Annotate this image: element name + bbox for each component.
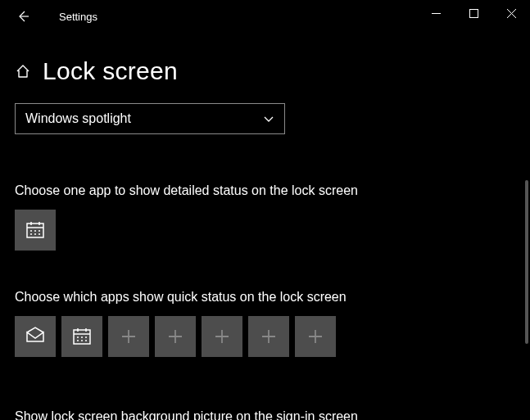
quick-app-tile-add-2[interactable] bbox=[155, 316, 196, 357]
window-controls bbox=[417, 0, 530, 26]
quick-app-tile-add-5[interactable] bbox=[295, 316, 336, 357]
svg-point-10 bbox=[81, 336, 83, 338]
dropdown-selected-value: Windows spotlight bbox=[25, 111, 131, 126]
svg-point-5 bbox=[30, 233, 32, 235]
svg-point-2 bbox=[30, 230, 32, 232]
quick-app-tile-add-4[interactable] bbox=[248, 316, 289, 357]
quick-status-apps bbox=[15, 316, 515, 357]
svg-point-4 bbox=[39, 230, 40, 232]
svg-point-3 bbox=[34, 230, 36, 232]
home-icon bbox=[15, 63, 31, 79]
quick-app-tile-add-3[interactable] bbox=[202, 316, 242, 357]
signin-picture-label: Show lock screen background picture on t… bbox=[15, 409, 515, 420]
plus-icon bbox=[120, 327, 138, 345]
arrow-left-icon bbox=[16, 9, 30, 24]
minimize-icon bbox=[432, 9, 441, 18]
maximize-button[interactable] bbox=[455, 0, 492, 26]
svg-point-12 bbox=[77, 340, 79, 341]
content: Windows spotlight Choose one app to show… bbox=[0, 85, 530, 420]
app-title: Settings bbox=[59, 11, 97, 23]
scrollbar[interactable] bbox=[525, 180, 528, 344]
calendar-icon bbox=[25, 219, 46, 241]
detailed-status-label: Choose one app to show detailed status o… bbox=[15, 183, 515, 198]
detailed-status-apps bbox=[15, 210, 515, 251]
quick-app-tile-calendar[interactable] bbox=[61, 316, 102, 357]
titlebar: Settings bbox=[0, 0, 530, 33]
mail-icon bbox=[24, 325, 47, 348]
close-icon bbox=[507, 9, 516, 18]
page-header: Lock screen bbox=[0, 33, 530, 85]
quick-app-tile-mail[interactable] bbox=[15, 316, 56, 357]
quick-status-label: Choose which apps show quick status on t… bbox=[15, 290, 515, 305]
svg-point-7 bbox=[39, 233, 40, 235]
plus-icon bbox=[306, 327, 324, 345]
svg-point-14 bbox=[85, 340, 87, 341]
svg-point-6 bbox=[34, 233, 36, 235]
svg-rect-0 bbox=[469, 9, 478, 17]
detailed-app-tile-calendar[interactable] bbox=[15, 210, 56, 251]
close-button[interactable] bbox=[492, 0, 530, 26]
page-title: Lock screen bbox=[43, 57, 178, 85]
quick-app-tile-add-1[interactable] bbox=[108, 316, 149, 357]
chevron-down-icon bbox=[263, 113, 274, 124]
plus-icon bbox=[166, 327, 184, 345]
back-button[interactable] bbox=[11, 5, 34, 28]
svg-point-13 bbox=[81, 340, 83, 341]
plus-icon bbox=[260, 327, 278, 345]
minimize-button[interactable] bbox=[417, 0, 455, 26]
svg-point-11 bbox=[85, 336, 87, 338]
svg-point-9 bbox=[77, 336, 79, 338]
calendar-icon bbox=[71, 326, 93, 347]
maximize-icon bbox=[469, 9, 478, 18]
background-dropdown[interactable]: Windows spotlight bbox=[15, 103, 285, 134]
plus-icon bbox=[213, 327, 231, 345]
